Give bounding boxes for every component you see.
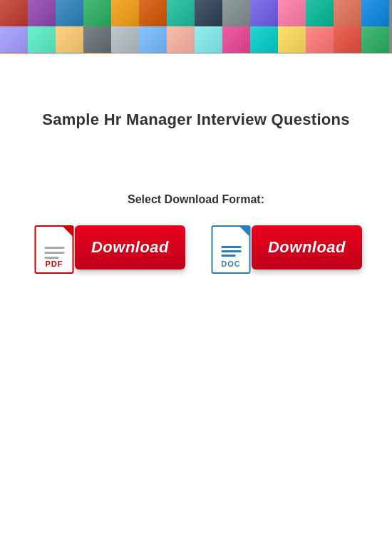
mosaic-tile [306, 0, 334, 26]
select-format-label: Select Download Format: [128, 193, 264, 206]
mosaic-tile [195, 26, 222, 53]
mosaic-tile [361, 26, 389, 53]
mosaic-tile [83, 26, 111, 53]
mosaic-tile [250, 26, 278, 53]
mosaic-tile [195, 0, 222, 26]
page-title: Sample Hr Manager Interview Questions [42, 111, 350, 129]
mosaic-tile [56, 26, 83, 53]
mosaic-tile [56, 53, 83, 53]
mosaic-tile [0, 0, 28, 26]
mosaic-tile [111, 26, 139, 53]
mosaic-tile [139, 26, 167, 53]
mosaic-tile [278, 0, 306, 26]
mosaic-tile [28, 0, 56, 26]
mosaic-tile [111, 0, 139, 26]
mosaic-tile [167, 0, 195, 26]
mosaic-tile [361, 0, 389, 26]
mosaic-tile [250, 0, 278, 26]
pdf-label: PDF [46, 260, 63, 268]
main-content: Sample Hr Manager Interview Questions Se… [0, 53, 392, 274]
mosaic-tile [0, 53, 28, 53]
doc-download-group: DOC Download [207, 220, 362, 274]
pdf-download-group: PDF Download [30, 220, 185, 274]
mosaic-tile [0, 26, 28, 53]
mosaic-tile [222, 26, 250, 53]
pdf-download-button[interactable]: Download [75, 225, 185, 270]
mosaic-tile [139, 0, 167, 26]
mosaic-tile [278, 26, 306, 53]
mosaic-tile [83, 53, 111, 53]
mosaic-tile [56, 0, 83, 26]
doc-download-button[interactable]: Download [252, 225, 362, 270]
doc-label: DOC [221, 260, 240, 268]
mosaic-tile [306, 26, 334, 53]
mosaic-tile [83, 0, 111, 26]
mosaic-tile [167, 26, 195, 53]
pdf-file-icon: PDF [30, 220, 78, 274]
header-image-strip [0, 0, 392, 53]
mosaic-tile [334, 26, 361, 53]
download-buttons-row: PDF Download DOC Download [30, 220, 362, 274]
mosaic-tile [222, 0, 250, 26]
mosaic-tile [334, 0, 361, 26]
mosaic-tile [28, 53, 56, 53]
mosaic-tile [28, 26, 56, 53]
doc-file-icon: DOC [207, 220, 255, 274]
